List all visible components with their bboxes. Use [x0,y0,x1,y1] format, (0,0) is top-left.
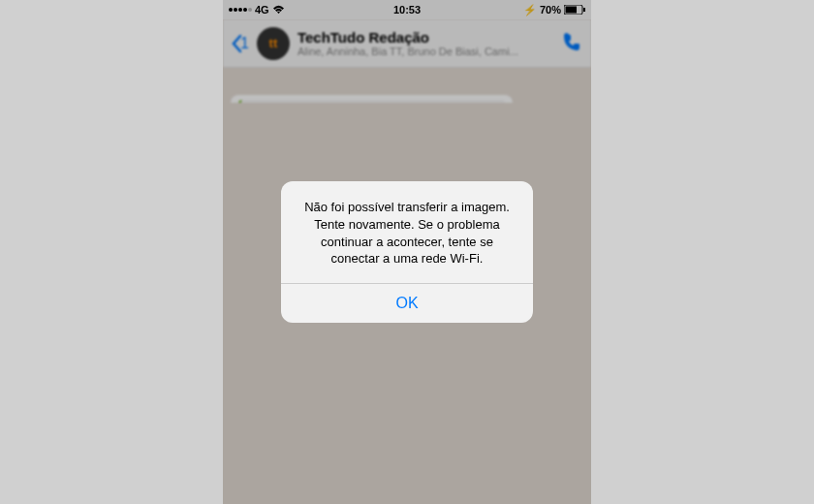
alert-message: Não foi possível transferir a imagem. Te… [281,181,533,282]
alert-ok-button[interactable]: OK [281,284,533,323]
phone-screen: 4G 10:53 ⚡ 70% 1 tt TechTudo Redação Ali… [223,0,591,504]
modal-overlay: Não foi possível transferir a imagem. Te… [223,0,591,504]
alert-dialog: Não foi possível transferir a imagem. Te… [281,181,533,322]
